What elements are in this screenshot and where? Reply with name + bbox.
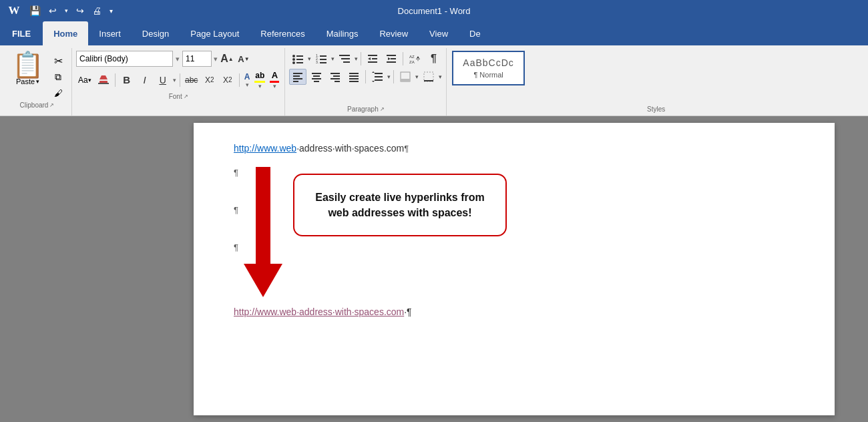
- tab-file[interactable]: FILE: [0, 21, 43, 45]
- para-sep-3: [365, 70, 366, 83]
- multilevel-dropdown[interactable]: ▾: [355, 55, 358, 62]
- redo-button[interactable]: ↪: [73, 4, 87, 17]
- cut-button[interactable]: ✂: [50, 53, 66, 68]
- font-size-input[interactable]: [182, 51, 212, 67]
- svg-rect-48: [375, 79, 383, 81]
- svg-marker-56: [244, 264, 282, 297]
- subscript-button[interactable]: X2: [202, 72, 218, 88]
- superscript-button[interactable]: X2: [220, 72, 236, 88]
- clear-formatting-button[interactable]: [95, 72, 112, 88]
- italic-button[interactable]: I: [137, 72, 153, 88]
- tab-home[interactable]: Home: [43, 21, 88, 45]
- font-name-dropdown[interactable]: ▾: [176, 55, 180, 63]
- paste-button[interactable]: 📋 Paste ▾: [8, 51, 47, 87]
- svg-rect-43: [349, 75, 359, 77]
- svg-rect-41: [335, 81, 340, 82]
- bullets-dropdown[interactable]: ▾: [308, 55, 311, 62]
- styles-group: AaBbCcDc ¶ Normal Styles: [447, 48, 865, 116]
- paste-dropdown-arrow[interactable]: ▾: [36, 78, 39, 85]
- numbering-button[interactable]: 1.2.3.: [312, 51, 330, 67]
- strikethrough-button[interactable]: abc: [184, 72, 200, 88]
- font-expand[interactable]: ↗: [184, 93, 188, 99]
- border-button[interactable]: [420, 69, 437, 85]
- tab-design[interactable]: Design: [132, 21, 180, 45]
- bold-button[interactable]: B: [119, 72, 135, 88]
- pilcrow-4: ¶: [234, 242, 238, 252]
- show-hide-button[interactable]: ¶: [425, 51, 442, 67]
- line-spacing-button[interactable]: [369, 69, 386, 85]
- tab-pagelayout[interactable]: Page Layout: [180, 21, 250, 45]
- tab-review[interactable]: Review: [369, 21, 419, 45]
- svg-text:ZA: ZA: [409, 60, 415, 64]
- tab-references[interactable]: References: [250, 21, 315, 45]
- tab-mailings[interactable]: Mailings: [316, 21, 369, 45]
- pilcrow-3: ¶: [234, 204, 238, 215]
- url-link-2[interactable]: http://www.web·address·with·spaces.com: [234, 306, 404, 317]
- svg-rect-18: [368, 55, 377, 56]
- tab-view[interactable]: View: [419, 21, 459, 45]
- svg-rect-44: [349, 78, 359, 79]
- align-left-button[interactable]: [289, 69, 306, 85]
- paragraph-row-2: ▾ ▾ ▾: [289, 69, 442, 85]
- print-preview-button[interactable]: 🖨: [89, 4, 104, 17]
- decrease-font-button[interactable]: A▼: [236, 51, 251, 66]
- customize-button[interactable]: ▾: [107, 6, 116, 16]
- tab-de[interactable]: De: [459, 21, 491, 45]
- font-color-button[interactable]: A ▾: [268, 70, 280, 89]
- format-painter-button[interactable]: 🖌: [50, 85, 66, 100]
- shading-dropdown[interactable]: ▾: [415, 73, 419, 80]
- word-icon: W: [5, 2, 23, 19]
- border-dropdown[interactable]: ▾: [439, 73, 442, 80]
- align-center-button[interactable]: [308, 69, 325, 85]
- clipboard-expand[interactable]: ↗: [49, 102, 54, 108]
- numbering-dropdown[interactable]: ▾: [331, 55, 335, 62]
- pilcrow-1: ¶: [404, 144, 409, 154]
- separator-1: [115, 73, 116, 87]
- svg-marker-19: [368, 57, 371, 60]
- underline-button[interactable]: U: [155, 72, 171, 88]
- ribbon-tabs: FILE Home Insert Design Page Layout Refe…: [0, 21, 868, 45]
- svg-point-7: [292, 61, 295, 64]
- title-bar: W 💾 ↩ ▾ ↪ 🖨 ▾ Document1 - Word: [0, 0, 868, 21]
- font-size-dropdown[interactable]: ▾: [214, 55, 218, 63]
- font-name-input[interactable]: [76, 51, 173, 67]
- document-page[interactable]: http://www.web·address·with·spaces.com¶ …: [194, 123, 835, 415]
- justify-button[interactable]: [345, 69, 363, 85]
- svg-marker-1: [99, 75, 107, 79]
- paragraph-expand[interactable]: ↗: [380, 106, 385, 112]
- tab-insert[interactable]: Insert: [88, 21, 132, 45]
- text-highlight-button[interactable]: A ▾: [243, 72, 252, 88]
- undo-button[interactable]: ↩: [46, 4, 59, 17]
- shading-button[interactable]: [397, 69, 414, 85]
- paragraph-row-1: ▾ 1.2.3. ▾ ▾: [289, 51, 442, 67]
- svg-rect-12: [320, 59, 327, 60]
- normal-style-button[interactable]: AaBbCcDc ¶ Normal: [452, 51, 524, 85]
- change-case-button[interactable]: Aa▾: [76, 73, 93, 87]
- red-arrow: [244, 167, 282, 297]
- svg-rect-20: [372, 58, 377, 59]
- increase-indent-button[interactable]: [383, 51, 400, 67]
- svg-rect-30: [293, 73, 302, 74]
- svg-rect-25: [387, 61, 396, 63]
- multilevel-button[interactable]: [336, 51, 353, 67]
- sort-button[interactable]: AZZA: [406, 51, 423, 67]
- pilcrow-stack: ¶ ¶ ¶: [234, 167, 238, 252]
- increase-font-button[interactable]: A▲: [220, 51, 234, 66]
- highlight-color-button[interactable]: ab ▾: [253, 71, 266, 89]
- url-link-1-hyperlink[interactable]: http://www.web: [234, 143, 296, 154]
- bullets-button[interactable]: [289, 51, 306, 67]
- svg-rect-6: [296, 59, 303, 60]
- decrease-indent-button[interactable]: [364, 51, 381, 67]
- svg-rect-38: [331, 73, 340, 74]
- align-right-button[interactable]: [327, 69, 344, 85]
- svg-rect-39: [333, 75, 340, 77]
- line-spacing-dropdown[interactable]: ▾: [387, 73, 391, 80]
- callout-area: ¶ ¶ ¶ Easily create live hyperlinks from…: [234, 167, 795, 297]
- copy-button[interactable]: ⧉: [50, 69, 66, 84]
- svg-rect-33: [293, 81, 298, 82]
- svg-rect-37: [314, 81, 319, 82]
- save-button[interactable]: 💾: [27, 4, 43, 17]
- url-line-2: http://www.web·address·with·spaces.com·¶: [234, 306, 795, 317]
- undo-dropdown[interactable]: ▾: [62, 6, 71, 15]
- underline-dropdown[interactable]: ▾: [173, 77, 176, 83]
